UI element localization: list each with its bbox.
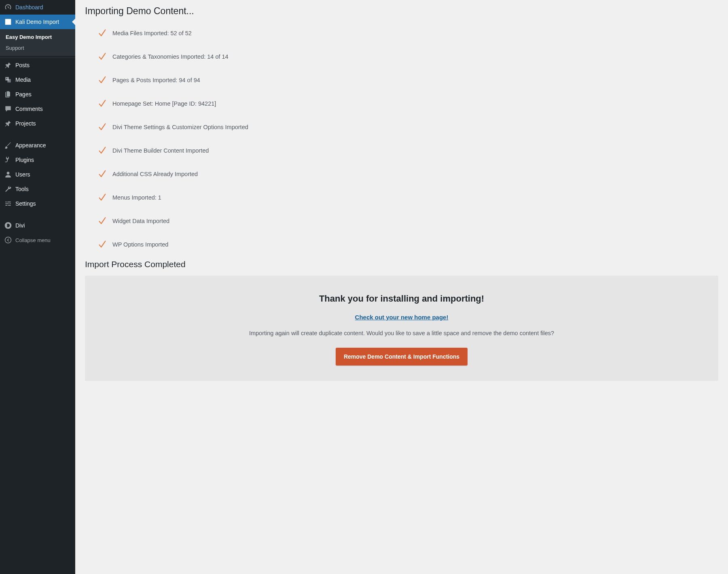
sidebar-item-media[interactable]: Media [0,72,75,87]
hint-text: Importing again will create duplicate co… [95,330,709,336]
sidebar-item-label: Users [15,171,30,178]
import-step: Categories & Taxonomies Imported: 14 of … [85,45,718,68]
user-icon [4,170,12,179]
media-icon [4,76,12,84]
collapse-icon [4,236,12,244]
sidebar-item-label: Dashboard [15,4,43,11]
sidebar-item-appearance[interactable]: Appearance [0,138,75,153]
step-text: Divi Theme Builder Content Imported [112,147,209,154]
check-icon [97,239,108,250]
sidebar-item-label: Settings [15,200,36,207]
plug-icon [4,156,12,164]
sliders-icon [4,200,12,208]
step-text: Divi Theme Settings & Customizer Options… [112,124,248,130]
menu-separator [0,131,75,138]
pages-icon [4,90,12,98]
step-text: Widget Data Imported [112,218,169,224]
step-text: Menus Imported: 1 [112,194,161,201]
import-step: Divi Theme Builder Content Imported [85,139,718,162]
sidebar-item-label: Plugins [15,157,34,163]
sidebar-item-users[interactable]: Users [0,167,75,182]
menu-separator [0,211,75,218]
main-content: Importing Demo Content... Media Files Im… [75,0,728,574]
check-icon [97,98,108,109]
check-icon [97,169,108,179]
check-icon [97,51,108,62]
check-icon [97,75,108,85]
import-step: Menus Imported: 1 [85,186,718,209]
sidebar-item-label: Media [15,77,31,83]
sidebar-item-plugins[interactable]: Plugins [0,153,75,167]
sidebar-item-label: Posts [15,62,30,68]
divi-icon [4,221,12,230]
gauge-icon [4,3,12,11]
comments-icon [4,105,12,113]
sidebar-item-projects[interactable]: Projects [0,116,75,131]
check-icon [97,192,108,203]
step-text: Media Files Imported: 52 of 52 [112,30,192,36]
thank-you-panel: Thank you for installing and importing! … [85,276,718,381]
check-icon [97,216,108,226]
sidebar-item-tools[interactable]: Tools [0,182,75,196]
import-step: Pages & Posts Imported: 94 of 94 [85,68,718,92]
import-step: Additional CSS Already Imported [85,162,718,186]
import-step: Divi Theme Settings & Customizer Options… [85,115,718,139]
check-icon [97,122,108,132]
import-step: Widget Data Imported [85,209,718,233]
sidebar-submenu-kali: Easy Demo Import Support [0,29,75,56]
wrench-icon [4,185,12,193]
film-icon [4,18,12,26]
sidebar-item-label: Appearance [15,142,46,149]
import-step: Media Files Imported: 52 of 52 [85,21,718,45]
sidebar-item-label: Divi [15,222,25,229]
page-title: Importing Demo Content... [85,0,718,21]
pin-icon [4,119,12,128]
step-text: Homepage Set: Home [Page ID: 94221] [112,100,216,107]
submenu-support[interactable]: Support [0,43,75,53]
step-text: WP Options Imported [112,241,168,248]
brush-icon [4,141,12,149]
pin-icon [4,61,12,69]
import-steps-list: Media Files Imported: 52 of 52 Categorie… [85,21,718,256]
step-text: Pages & Posts Imported: 94 of 94 [112,77,200,83]
sidebar-item-kali-demo-import[interactable]: Kali Demo Import [0,15,75,29]
sidebar-item-label: Comments [15,106,43,112]
sidebar-item-comments[interactable]: Comments [0,102,75,116]
sidebar-item-dashboard[interactable]: Dashboard [0,0,75,15]
sidebar-item-pages[interactable]: Pages [0,87,75,102]
check-icon [97,145,108,156]
collapse-label: Collapse menu [15,237,51,243]
completed-title: Import Process Completed [85,259,718,269]
check-icon [97,28,108,38]
sidebar-item-label: Kali Demo Import [15,19,59,25]
import-step: Homepage Set: Home [Page ID: 94221] [85,92,718,115]
sidebar-item-label: Tools [15,186,29,192]
remove-demo-content-button[interactable]: Remove Demo Content & Import Functions [336,348,468,366]
admin-sidebar: Dashboard Kali Demo Import Easy Demo Imp… [0,0,75,574]
sidebar-item-label: Pages [15,91,32,98]
app-shell: Dashboard Kali Demo Import Easy Demo Imp… [0,0,728,574]
sidebar-item-divi[interactable]: Divi [0,218,75,233]
sidebar-item-settings[interactable]: Settings [0,196,75,211]
sidebar-item-label: Projects [15,120,36,127]
step-text: Additional CSS Already Imported [112,171,198,177]
thank-you-heading: Thank you for installing and importing! [95,293,709,304]
step-text: Categories & Taxonomies Imported: 14 of … [112,53,229,60]
submenu-easy-demo-import[interactable]: Easy Demo Import [0,32,75,43]
import-step: WP Options Imported [85,233,718,256]
homepage-link[interactable]: Check out your new home page! [355,314,449,321]
sidebar-item-posts[interactable]: Posts [0,58,75,72]
collapse-menu-button[interactable]: Collapse menu [0,233,75,247]
